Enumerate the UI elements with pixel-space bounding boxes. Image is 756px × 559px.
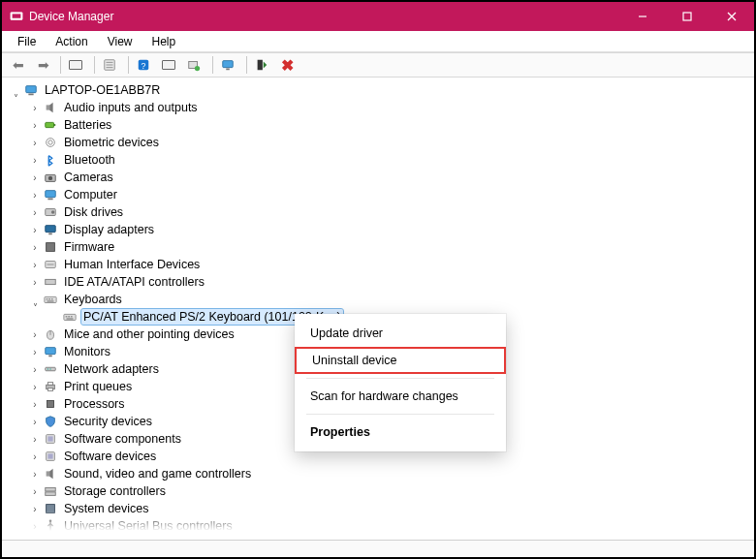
tree-item[interactable]: ›Universal Serial Bus controllers [29, 517, 754, 535]
chevron-right-icon[interactable]: › [29, 171, 41, 183]
pc-icon [23, 82, 39, 98]
chevron-right-icon[interactable]: › [29, 224, 41, 235]
tree-item-label[interactable]: Audio inputs and outputs [62, 100, 200, 115]
chevron-right-icon[interactable]: › [29, 450, 41, 462]
menu-file[interactable]: File [8, 33, 46, 50]
properties-button[interactable] [99, 54, 124, 76]
tree-item-label[interactable]: Disk drives [62, 204, 125, 220]
tree-item[interactable]: ›Firmware [29, 238, 754, 256]
tree-item[interactable]: ›Bluetooth [29, 151, 754, 169]
chevron-right-icon[interactable]: › [29, 206, 41, 218]
tree-item[interactable]: ›Audio inputs and outputs [29, 99, 754, 116]
svg-rect-58 [47, 401, 54, 408]
menu-action[interactable]: Action [46, 33, 97, 50]
computer-icon [43, 187, 58, 202]
chevron-right-icon[interactable]: › [29, 416, 41, 427]
chevron-right-icon[interactable]: › [29, 189, 41, 201]
scan-button[interactable] [183, 54, 208, 76]
close-button[interactable] [709, 2, 754, 31]
chevron-right-icon[interactable]: › [29, 363, 41, 375]
chevron-right-icon[interactable]: › [29, 259, 41, 270]
chevron-right-icon[interactable]: › [29, 346, 41, 357]
toolbar-separator [94, 56, 95, 74]
tree-item-label[interactable]: Security devices [62, 414, 154, 429]
context-menu-item[interactable]: Scan for hardware changes [295, 383, 506, 410]
context-menu-item[interactable]: Update driver [295, 320, 506, 347]
tree-item-label[interactable]: System devices [62, 501, 151, 516]
show-hide-tree-button[interactable] [65, 54, 90, 76]
tree-item-label[interactable]: Software devices [62, 449, 158, 464]
tree-item[interactable]: ›Storage controllers [29, 482, 754, 500]
tree-item-label[interactable]: Computer [62, 187, 119, 202]
context-menu-item[interactable]: Properties [295, 419, 506, 446]
update-driver-button[interactable] [217, 54, 242, 76]
tree-item-label[interactable]: Storage controllers [62, 483, 168, 499]
app-icon [10, 10, 23, 23]
svg-rect-66 [46, 492, 56, 496]
tree-item-label[interactable]: Human Interface Devices [62, 257, 202, 272]
enable-button[interactable] [251, 54, 276, 76]
tree-item[interactable]: ›Disk drives [29, 203, 754, 221]
chevron-down-icon[interactable]: ˬ [10, 84, 21, 96]
tree-item-label[interactable]: Firmware [62, 239, 116, 255]
tree-item-label[interactable]: Print queues [62, 379, 134, 394]
tree-item[interactable]: ›Batteries [29, 116, 754, 134]
minimize-button[interactable] [620, 2, 665, 31]
tree-item[interactable]: ›Computer [29, 186, 754, 203]
chevron-right-icon[interactable]: › [29, 328, 41, 340]
menu-help[interactable]: Help [142, 33, 186, 50]
tree-item-label[interactable]: Mice and other pointing devices [62, 326, 236, 342]
chevron-right-icon[interactable]: › [29, 276, 41, 288]
chevron-right-icon[interactable]: › [29, 381, 41, 392]
chevron-right-icon[interactable]: › [29, 398, 41, 410]
chevron-right-icon[interactable]: › [29, 102, 41, 113]
chevron-right-icon[interactable]: › [29, 154, 41, 166]
tree-item-label[interactable]: Processors [62, 396, 127, 412]
chevron-right-icon[interactable]: › [29, 433, 41, 445]
tree-item[interactable]: ›Sound, video and game controllers [29, 465, 754, 482]
chevron-right-icon[interactable]: › [29, 119, 41, 131]
tree-view[interactable]: ˬLAPTOP-OE1ABB7R›Audio inputs and output… [2, 78, 754, 540]
tree-item[interactable]: ›Biometric devices [29, 134, 754, 151]
help-button[interactable]: ? [133, 54, 158, 76]
chevron-right-icon[interactable]: › [29, 241, 41, 253]
tree-item-label[interactable]: Biometric devices [62, 135, 161, 150]
uninstall-button[interactable]: ✖ [276, 54, 301, 76]
tree-item[interactable]: ›Display adapters [29, 221, 754, 238]
context-menu-item[interactable]: Uninstall device [295, 347, 506, 374]
tree-item-label[interactable]: Software components [62, 431, 183, 447]
tree-item-label[interactable]: Sound, video and game controllers [62, 466, 253, 481]
tree-item[interactable]: ›Human Interface Devices [29, 256, 754, 273]
action-button[interactable] [158, 54, 183, 76]
tree-item-label[interactable]: Universal Serial Bus controllers [62, 518, 235, 534]
tree-item-label[interactable]: Bluetooth [62, 152, 117, 168]
menu-view[interactable]: View [98, 33, 142, 50]
tree-item-label[interactable]: LAPTOP-OE1ABB7R [43, 82, 162, 98]
chevron-down-icon[interactable]: ˬ [29, 294, 41, 305]
tree-item[interactable]: ˬKeyboards [29, 291, 754, 308]
forward-button[interactable]: ➡ [31, 54, 56, 76]
svg-rect-41 [51, 298, 53, 299]
tree-item-label[interactable]: IDE ATA/ATAPI controllers [62, 274, 206, 290]
svg-rect-22 [46, 122, 54, 127]
tree-item[interactable]: ˬLAPTOP-OE1ABB7R [10, 81, 754, 99]
chevron-right-icon[interactable] [48, 311, 60, 323]
tree-item[interactable]: ›Cameras [29, 169, 754, 186]
tree-item-label[interactable]: Network adapters [62, 361, 161, 377]
tree-item-label[interactable]: Batteries [62, 117, 113, 133]
tree-item[interactable]: ›System devices [29, 500, 754, 517]
tree-item-label[interactable]: Display adapters [62, 222, 156, 237]
hid-icon [43, 257, 58, 272]
tree-item-label[interactable]: Cameras [62, 170, 115, 185]
chevron-right-icon[interactable]: › [29, 468, 41, 480]
tree-item[interactable]: ›IDE ATA/ATAPI controllers [29, 273, 754, 291]
tree-item-label[interactable]: Monitors [62, 344, 112, 359]
maximize-button[interactable] [665, 2, 709, 31]
chevron-right-icon[interactable]: › [29, 137, 41, 148]
chevron-right-icon[interactable]: › [29, 485, 41, 497]
tree-item-label[interactable]: Keyboards [62, 292, 124, 307]
svg-rect-16 [258, 60, 263, 71]
chevron-right-icon[interactable]: › [29, 520, 41, 532]
chevron-right-icon[interactable]: › [29, 503, 41, 514]
back-button[interactable]: ⬅ [6, 54, 31, 76]
